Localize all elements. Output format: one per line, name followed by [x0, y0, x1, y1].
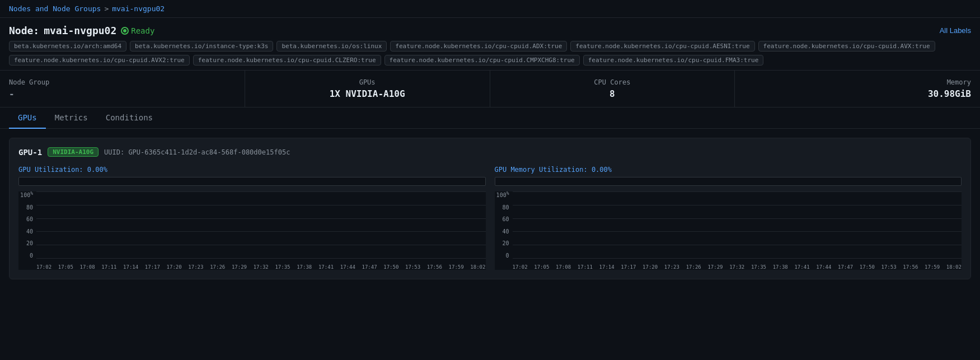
- breadcrumb: Nodes and Node Groups > mvai-nvgpu02: [0, 0, 980, 18]
- memory-label: Memory: [744, 78, 971, 86]
- node-title: Node: mvai-nvgpu02 Ready: [9, 25, 154, 36]
- gpu-content: GPU-1 NVIDIA-A10G UUID: GPU-6365c411-1d2…: [0, 129, 980, 288]
- gpu-util-y-labels: 100%806040200: [18, 191, 35, 259]
- x-label: 17:11: [101, 264, 116, 270]
- cpu-value: 8: [499, 88, 726, 99]
- x-label: 17:08: [556, 264, 571, 270]
- x-label: 17:53: [405, 264, 420, 270]
- node-header: Node: mvai-nvgpu02 Ready All Labels beta…: [0, 18, 980, 71]
- gpus-value: 1X NVIDIA-A10G: [254, 88, 481, 99]
- tab-metrics[interactable]: Metrics: [46, 107, 97, 129]
- x-label: 17:26: [686, 264, 701, 270]
- y-label: 100%: [496, 191, 509, 198]
- stat-memory: Memory 30.98GiB: [735, 71, 980, 107]
- x-label: 17:23: [188, 264, 203, 270]
- tab-gpus[interactable]: GPUs: [9, 107, 46, 129]
- node-name: mvai-nvgpu02: [44, 25, 116, 36]
- x-label: 17:29: [707, 264, 723, 270]
- x-label: 17:47: [838, 264, 853, 270]
- node-stats: Node Group - GPUs 1X NVIDIA-A10G CPU Cor…: [0, 71, 980, 107]
- x-label: 17:20: [643, 264, 658, 270]
- status-badge: Ready: [121, 26, 154, 35]
- gpu-util-label: GPU Utilization: 0.00%: [18, 166, 486, 174]
- x-label: 17:59: [925, 264, 940, 270]
- gpu-mem-label: GPU Memory Utilization: 0.00%: [495, 166, 962, 174]
- gpu-uuid: UUID: GPU-6365c411-1d2d-ac84-568f-080d0e…: [104, 148, 290, 156]
- y-label: 20: [502, 241, 509, 246]
- y-label: 80: [502, 205, 509, 211]
- x-label: 17:17: [621, 264, 636, 270]
- x-label: 17:38: [297, 264, 312, 270]
- gpu-model-badge: NVIDIA-A10G: [48, 147, 99, 157]
- x-label: 17:05: [534, 264, 549, 270]
- x-label: 17:05: [58, 264, 73, 270]
- label-tag: feature.node.kubernetes.io/cpu-cpuid.FMA…: [583, 55, 764, 66]
- x-label: 17:35: [275, 264, 290, 270]
- label-tag: feature.node.kubernetes.io/cpu-cpuid.CLZ…: [193, 55, 381, 66]
- tab-conditions[interactable]: Conditions: [97, 107, 162, 129]
- label-tag: feature.node.kubernetes.io/cpu-cpuid.AVX…: [758, 41, 935, 52]
- gpu-mem-x-labels: 17:0217:0517:0817:1117:1417:1717:2017:23…: [513, 264, 962, 270]
- gpus-label: GPUs: [254, 78, 481, 86]
- label-tag: beta.kubernetes.io/instance-type:k3s: [130, 41, 273, 52]
- memory-value: 30.98GiB: [744, 88, 971, 99]
- y-label: 80: [26, 205, 33, 211]
- x-label: 17:44: [816, 264, 831, 270]
- stat-cpu: CPU Cores 8: [490, 71, 735, 107]
- gpu-mem-progress-bar: [495, 177, 962, 186]
- label-tag: feature.node.kubernetes.io/cpu-cpuid.ADX…: [390, 41, 567, 52]
- node-prefix: Node:: [9, 25, 39, 36]
- x-label: 17:41: [318, 264, 334, 270]
- x-label: 17:59: [449, 264, 464, 270]
- x-label: 17:56: [903, 264, 918, 270]
- label-tag: beta.kubernetes.io/os:linux: [276, 41, 387, 52]
- x-label: 17:26: [210, 264, 225, 270]
- breadcrumb-parent[interactable]: Nodes and Node Groups: [9, 4, 101, 13]
- x-label: 17:50: [860, 264, 875, 270]
- status-text: Ready: [131, 26, 154, 35]
- x-label: 17:32: [254, 264, 269, 270]
- label-tag: feature.node.kubernetes.io/cpu-cpuid.CMP…: [385, 55, 580, 66]
- node-group-value: -: [9, 88, 236, 99]
- gpu-memory-panel: GPU Memory Utilization: 0.00% 100%806040…: [495, 166, 962, 270]
- labels-row: beta.kubernetes.io/arch:amd64beta.kubern…: [9, 41, 971, 66]
- y-label: 40: [502, 229, 509, 235]
- gpu-uuid-prefix: UUID:: [104, 148, 124, 156]
- x-label: 17:08: [80, 264, 95, 270]
- gpu-mem-chart: 100%806040200 17:0217:0517:: [495, 191, 962, 270]
- gpu-util-chart: 100%806040200 17:0217:0517:: [18, 191, 486, 270]
- gpu-utilization-panel: GPU Utilization: 0.00% 100%806040200: [18, 166, 486, 270]
- gpu-uuid-value: GPU-6365c411-1d2d-ac84-568f-080d0e15f05c: [128, 148, 290, 156]
- x-label: 17:14: [599, 264, 615, 270]
- y-label: 0: [30, 253, 33, 259]
- y-label: 60: [502, 217, 509, 222]
- x-label: 17:44: [340, 264, 355, 270]
- label-tag: beta.kubernetes.io/arch:amd64: [9, 41, 126, 52]
- breadcrumb-current: mvai-nvgpu02: [112, 4, 165, 13]
- status-dot-icon: [121, 27, 129, 35]
- x-label: 18:02: [946, 264, 962, 270]
- all-labels-button[interactable]: All Labels: [940, 26, 971, 35]
- x-label: 17:47: [362, 264, 377, 270]
- y-label: 20: [26, 241, 33, 246]
- gpu-card: GPU-1 NVIDIA-A10G UUID: GPU-6365c411-1d2…: [9, 138, 971, 279]
- label-tag: feature.node.kubernetes.io/cpu-cpuid.AVX…: [9, 55, 190, 66]
- gpu-util-line: [36, 191, 486, 259]
- gpu-mem-y-labels: 100%806040200: [495, 191, 512, 259]
- gpu-util-svg: [36, 191, 486, 259]
- gpu-card-header: GPU-1 NVIDIA-A10G UUID: GPU-6365c411-1d2…: [18, 147, 962, 157]
- x-label: 17:17: [145, 264, 160, 270]
- breadcrumb-separator: >: [104, 4, 109, 13]
- node-group-label: Node Group: [9, 78, 236, 86]
- gpu-util-x-labels: 17:0217:0517:0817:1117:1417:1717:2017:23…: [36, 264, 486, 270]
- x-label: 17:50: [383, 264, 398, 270]
- gpu-mem-line: [513, 191, 962, 259]
- x-label: 17:20: [167, 264, 182, 270]
- x-label: 17:53: [881, 264, 897, 270]
- x-label: 17:02: [513, 264, 528, 270]
- y-label: 40: [26, 229, 33, 235]
- x-label: 17:02: [36, 264, 51, 270]
- gpu-title: GPU-1: [18, 148, 42, 157]
- y-label: 0: [505, 253, 509, 259]
- tabs-bar: GPUsMetricsConditions: [0, 107, 980, 129]
